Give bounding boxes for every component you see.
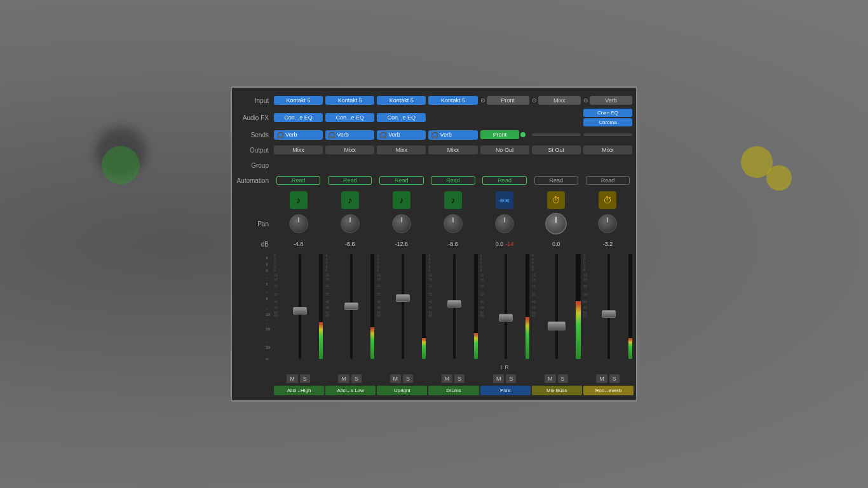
ch5-mute-btn[interactable]: M	[493, 374, 505, 383]
ch4-track-name[interactable]: Drums	[428, 386, 478, 395]
ch7-input[interactable]: ⊙ Verb	[582, 93, 634, 108]
ch5-automation[interactable]: Read	[479, 173, 531, 188]
ch3-output[interactable]: Mixx	[376, 142, 427, 158]
ch2-automation-btn[interactable]: Read	[328, 176, 372, 185]
ch1-input-btn[interactable]: Kontakt 5	[274, 96, 323, 105]
ch2-pan-knob[interactable]	[341, 214, 360, 233]
i-button[interactable]: I	[501, 364, 503, 370]
ch7-send[interactable]	[582, 127, 634, 142]
ch4-send[interactable]: 🎧 Verb	[427, 127, 478, 142]
ch5-audiofx[interactable]	[479, 108, 531, 127]
ch4-mute-btn[interactable]: M	[442, 374, 453, 383]
ch7-audiofx-btn2[interactable]: Chroma	[583, 118, 632, 126]
ch1-send[interactable]: 🎧 Verb	[273, 127, 324, 142]
ch7-output[interactable]: Mixx	[582, 142, 634, 158]
ch3-automation-btn[interactable]: Read	[379, 176, 423, 185]
ch2-automation[interactable]: Read	[324, 173, 376, 188]
ch3-send[interactable]: 🎧 Verb	[376, 127, 427, 142]
ch3-audiofx-btn[interactable]: Con...e EQ	[377, 113, 426, 122]
ch7-track-name[interactable]: Roo...everb	[583, 386, 634, 395]
ch7-plugin-icon[interactable]: ⏱	[582, 191, 634, 210]
ch3-output-btn[interactable]: Mixx	[377, 146, 426, 154]
ch2-solo-btn[interactable]: S	[351, 374, 362, 383]
ch1-plugin-icon[interactable]: ♪	[273, 191, 324, 210]
ch6-pan-knob[interactable]	[545, 213, 567, 234]
ch7-audiofx[interactable]: Chan EQ Chroma	[582, 108, 634, 127]
ch1-output-btn[interactable]: Mixx	[274, 146, 323, 154]
ch6-plugin-icon-btn[interactable]: ⏱	[547, 191, 565, 209]
fader-handle-4[interactable]	[499, 314, 513, 322]
ch5-input[interactable]: ⊙ Pront	[479, 93, 531, 108]
ch1-automation[interactable]: Read	[273, 173, 324, 188]
ch1-solo-btn[interactable]: S	[300, 374, 310, 383]
ch6-plugin-icon[interactable]: ⏱	[531, 191, 582, 210]
ch5-output-btn[interactable]: No Out	[480, 146, 529, 154]
ch1-mute-btn[interactable]: M	[287, 374, 298, 383]
ch4-pan[interactable]	[427, 212, 478, 235]
ch4-solo-btn[interactable]: S	[454, 374, 465, 383]
ch4-output-btn[interactable]: Mixx	[428, 146, 477, 154]
ch5-output[interactable]: No Out	[479, 142, 531, 158]
ch2-input[interactable]: Kontakt 5	[324, 93, 376, 108]
ch6-send[interactable]	[531, 127, 582, 142]
ch6-send-btn[interactable]	[532, 133, 581, 136]
ch3-pan-knob[interactable]	[392, 214, 411, 233]
ch3-input[interactable]: Kontakt 5	[376, 93, 427, 108]
ch6-mute-btn[interactable]: M	[545, 374, 556, 383]
ch7-send-btn[interactable]	[583, 133, 632, 136]
ch2-pan[interactable]	[324, 212, 376, 235]
ch4-pan-knob[interactable]	[444, 214, 463, 233]
ch3-solo-btn[interactable]: S	[403, 374, 413, 383]
ch5-track-name[interactable]: Print	[480, 386, 531, 395]
ch2-track-name[interactable]: Alici...s Low	[325, 386, 376, 395]
ch7-pan-knob[interactable]	[598, 214, 617, 233]
ch7-automation-btn[interactable]: Read	[586, 176, 630, 185]
fader-handle-2[interactable]	[396, 294, 410, 302]
ch6-input[interactable]: ⊙ Mixx	[531, 93, 582, 108]
ch6-input-btn[interactable]: Mixx	[538, 96, 581, 105]
ch1-audiofx[interactable]: Con...e EQ	[273, 108, 324, 127]
ch7-plugin-icon-btn[interactable]: ⏱	[599, 191, 616, 209]
ch4-input[interactable]: Kontakt 5	[427, 93, 478, 108]
ch1-track-name[interactable]: Alici...High	[274, 386, 324, 395]
ch1-output[interactable]: Mixx	[273, 142, 324, 158]
ch1-plugin-icon-btn[interactable]: ♪	[290, 191, 308, 209]
ch6-output[interactable]: St Out	[531, 142, 582, 158]
ch7-solo-btn[interactable]: S	[609, 374, 620, 383]
ch4-automation-btn[interactable]: Read	[431, 176, 475, 185]
ch2-input-btn[interactable]: Kontakt 5	[325, 96, 374, 105]
ch2-output-btn[interactable]: Mixx	[325, 146, 374, 154]
ch4-automation[interactable]: Read	[427, 173, 478, 188]
ch3-automation[interactable]: Read	[376, 173, 427, 188]
ch5-automation-btn[interactable]: Read	[482, 176, 526, 185]
ch4-input-btn[interactable]: Kontakt 5	[428, 96, 477, 105]
fader-handle-0[interactable]	[293, 307, 307, 315]
ch2-plugin-icon[interactable]: ♪	[324, 191, 376, 210]
ch5-plugin-icon[interactable]: ≋≋	[479, 191, 531, 210]
ch1-send-btn[interactable]: 🎧 Verb	[274, 130, 323, 140]
ch2-send[interactable]: 🎧 Verb	[324, 127, 376, 142]
ch1-pan[interactable]	[273, 212, 324, 235]
ch5-solo-btn[interactable]: S	[506, 374, 516, 383]
ch3-send-btn[interactable]: 🎧 Verb	[377, 130, 426, 140]
ch2-mute-btn[interactable]: M	[338, 374, 349, 383]
ch5-send[interactable]: Pront	[479, 127, 531, 142]
ch3-input-btn[interactable]: Kontakt 5	[377, 96, 426, 105]
ch1-pan-knob[interactable]	[289, 214, 308, 233]
ch6-audiofx[interactable]	[531, 108, 582, 127]
ch5-pan-knob[interactable]	[495, 214, 514, 233]
ch3-pan[interactable]	[376, 212, 427, 235]
ch6-solo-btn[interactable]: S	[558, 374, 568, 383]
ch4-plugin-icon[interactable]: ♪	[427, 191, 478, 210]
ch3-audiofx[interactable]: Con...e EQ	[376, 108, 427, 127]
ch7-audiofx-btn1[interactable]: Chan EQ	[583, 109, 632, 117]
ch1-automation-btn[interactable]: Read	[276, 176, 320, 185]
r-button[interactable]: R	[505, 364, 509, 370]
fader-handle-5[interactable]	[548, 322, 566, 330]
ch6-output-btn[interactable]: St Out	[532, 146, 581, 154]
ch7-input-btn[interactable]: Verb	[590, 96, 632, 105]
ch4-plugin-icon-btn[interactable]: ♪	[444, 191, 462, 209]
fader-handle-1[interactable]	[344, 302, 358, 310]
ch5-send-btn[interactable]: Pront	[480, 130, 520, 139]
ch3-plugin-icon[interactable]: ♪	[376, 191, 427, 210]
